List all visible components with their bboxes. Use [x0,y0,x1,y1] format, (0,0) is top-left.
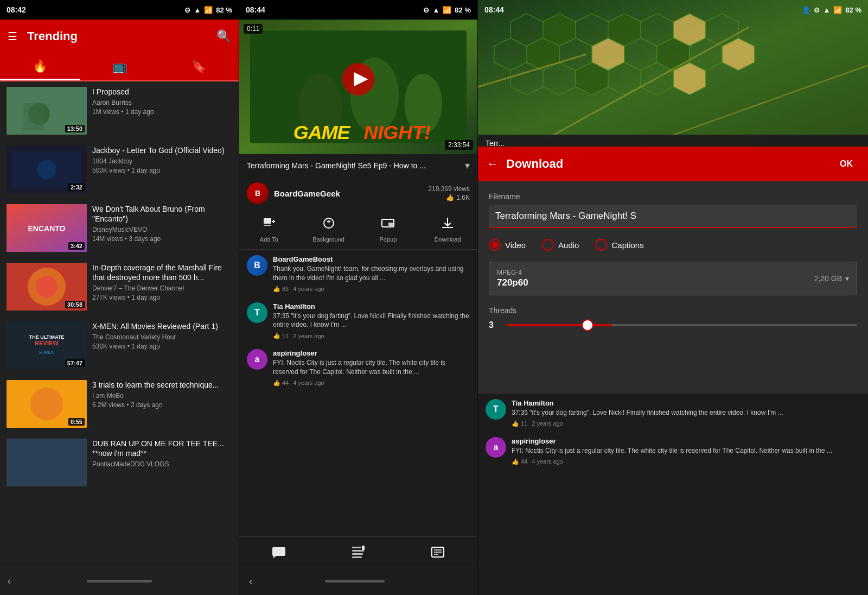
comments-section-2: B BoardGameBoost Thank you, GameNight! t… [239,250,477,536]
tab-description[interactable] [398,545,477,559]
thumbnail-2: 2:32 [7,145,87,193]
quality-selector[interactable]: MPEG-4 720p60 2,20 GB ▾ [489,262,857,295]
p3-likes-2: 👍 44 [512,458,527,465]
status-bar-3: 08:44 👤 ⊖ ▲ 📶 82 % [478,0,868,20]
thumbnail-4: 30:58 [7,263,87,311]
likes-value: 1.6K [456,194,470,201]
description-tab-icon [431,545,445,559]
popup-label: Popup [379,236,397,243]
video-item-1[interactable]: 13:50 I Proposed Aaron Burriss 1M views … [0,81,239,140]
tab-subscriptions[interactable]: 📺 [80,53,159,80]
tab-bookmarks[interactable]: 🔖 [159,53,239,80]
chevron-down-icon: ▾ [465,160,470,172]
threads-section: Threads 3 [489,306,857,330]
svg-rect-32 [264,225,271,226]
comment-body-1: BoardGameBoost Thank you, GameNight! tea… [273,255,470,293]
search-icon[interactable]: 🔍 [216,29,231,43]
comment-likes-3: 👍 44 [273,379,289,387]
like-count-2: 11 [282,333,289,339]
dialog-title: Download [506,157,826,171]
dnd-icon-2: ⊖ [423,6,429,14]
bottom-tabs-2 [239,536,477,567]
svg-rect-40 [352,553,363,555]
video-title-1: I Proposed [92,87,232,97]
like-icon-2: 👍 [273,332,280,339]
menu-icon[interactable]: ☰ [8,30,17,43]
video-channel-2: 1804 Jackboy [92,157,232,166]
back-btn-1[interactable]: ‹ [8,575,11,587]
signal-icon-2: 📶 [443,6,451,14]
quality-info: MPEG-4 720p60 [497,269,528,288]
svg-rect-41 [352,556,362,558]
back-btn-2[interactable]: ‹ [249,575,253,587]
threads-slider[interactable] [506,324,857,326]
download-btn[interactable]: Download [418,216,477,243]
battery-icon-2: 82 % [455,6,471,14]
p3-like-count-1: 11 [521,420,527,427]
p3-comment-avatar-1: T [486,399,506,420]
wifi-icon: ▲ [194,6,201,14]
thumbnail-1: 13:50 [7,87,87,135]
dialog-ok-button[interactable]: OK [833,156,859,172]
radio-video[interactable]: Video [489,239,526,251]
channel-name[interactable]: BoardGameGeek [274,189,423,198]
dialog-header: ← Download OK [478,147,868,181]
background-icon [322,216,336,233]
dropdown-chevron-icon: ▾ [845,274,849,283]
background-btn[interactable]: Background [299,216,359,243]
player-title-bar[interactable]: Terraforming Mars - GameNight! Se5 Ep9 -… [239,154,477,177]
radio-audio[interactable]: Audio [542,239,579,251]
add-to-label: Add To [260,236,278,243]
threads-label: Threads [489,306,857,315]
p3-like-icon-1: 👍 [512,420,519,427]
video-item-2[interactable]: 2:32 Jackboy - Letter To God (Official V… [0,140,239,199]
tab-chapters[interactable] [318,545,398,559]
video-item-4[interactable]: 30:58 In-Depth coverage of the Marshall … [0,257,239,316]
radio-audio-label: Audio [558,240,579,250]
svg-point-5 [37,160,56,179]
panel-player: 08:44 ⊖ ▲ 📶 82 % [239,0,477,595]
player-video-title: Terraforming Mars - GameNight! Se5 Ep9 -… [247,161,461,170]
video-item-7[interactable]: DUB RAN UP ON ME FOR TEE TEE...**now i'm… [0,433,239,492]
battery-icon-3: 82 % [845,6,861,14]
video-item-5[interactable]: THE ULTIMATEREVIEWX-MEN 57:47 X-MEN: All… [0,316,239,375]
video-title-3: We Don't Talk About Bruno (From "Encanto… [92,204,232,224]
add-to-icon [262,216,276,233]
comment-text-1: Thank you, GameNight! team, for choosing… [273,264,470,283]
popup-btn[interactable]: Popup [359,216,418,243]
dialog-back-btn[interactable]: ← [487,157,499,171]
quality-resolution: 720p60 [497,277,528,288]
tab-comments[interactable] [239,545,318,559]
p3-comment-1: T Tia Hamilton 37:35 "it's your dog fart… [486,399,860,427]
video-item-6[interactable]: 0:55 3 trials to learn the secret techni… [0,375,239,433]
p3-comment-text-2: FYI: Noctis City is just a regular city … [512,446,860,455]
thumbnail-3: ENCANTO 3:42 [7,204,87,252]
comment-author-1: BoardGameBoost [273,255,470,263]
video-list: 13:50 I Proposed Aaron Burriss 1M views … [0,81,239,567]
bottom-nav-2: ‹ [239,567,477,595]
quality-size-container: 2,20 GB ▾ [814,274,849,283]
svg-text:GAME: GAME [293,121,351,143]
video-title-4: In-Depth coverage of the Marshall Fire t… [92,263,232,282]
comment-item-1: B BoardGameBoost Thank you, GameNight! t… [247,255,470,293]
p3-like-icon-2: 👍 [512,458,519,465]
video-item-3[interactable]: ENCANTO 3:42 We Don't Talk About Bruno (… [0,199,239,257]
dialog-body: Filename Video Audio Captions [478,181,868,394]
comment-likes-1: 👍 83 [273,286,289,293]
video-views-3: 14M views • 3 days ago [92,235,232,244]
p3-comment-meta-2: 👍 44 4 years ago [512,458,860,465]
radio-captions[interactable]: Captions [595,239,643,251]
video-info-2: Jackboy - Letter To God (Official Video)… [92,145,232,175]
p3-likes-1: 👍 11 [512,420,527,427]
filename-input[interactable] [489,205,857,228]
threads-value: 3 [489,320,500,330]
video-title-7: DUB RAN UP ON ME FOR TEE TEE...**now i'm… [92,439,232,458]
thumbnail-6: 0:55 [7,380,87,428]
video-player[interactable]: GAME NIGHT! 0:11 2:33:54 [239,20,477,154]
wifi-icon-3: ▲ [823,6,830,14]
comment-time-1: 4 years ago [293,286,324,292]
tab-trending[interactable]: 🔥 [0,53,80,80]
status-time-2: 08:44 [246,5,265,14]
add-to-btn[interactable]: Add To [239,216,299,243]
video-info-4: In-Depth coverage of the Marshall Fire t… [92,263,232,302]
